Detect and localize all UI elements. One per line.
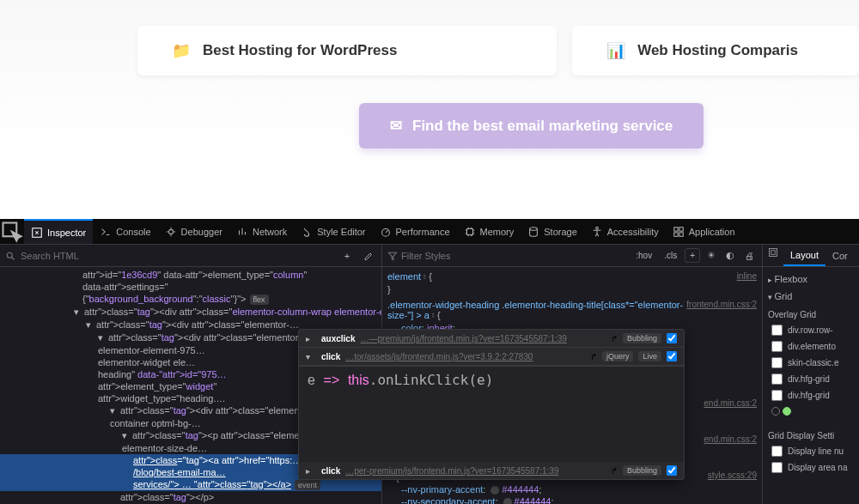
jump-icon[interactable]: ↱ [590, 352, 597, 361]
svg-rect-4 [466, 228, 472, 234]
event-row[interactable]: ▸ click …per-premium/js/frontend.min.js?… [299, 462, 684, 479]
search-html-input[interactable] [21, 251, 333, 261]
add-element-button[interactable]: + [338, 247, 356, 264]
tab-performance[interactable]: Performance [373, 219, 457, 244]
twisty-icon[interactable]: ▾ [86, 319, 94, 331]
tree-node[interactable]: services/"> … "attr">class="tag"></a>eve… [0, 478, 381, 491]
tab-label: Inspector [47, 228, 86, 238]
cards-row: 📁 Best Hosting for WordPress 📊 Web Hosti… [0, 26, 859, 76]
event-location[interactable]: …tor/assets/js/frontend.min.js?ver=3.9.2… [345, 352, 585, 361]
tree-node[interactable]: attr">id="1e36cd9" data-attr">element_ty… [0, 269, 381, 281]
event-location[interactable]: …per-premium/js/frontend.min.js?ver=1673… [345, 466, 606, 476]
tab-label: Style Editor [317, 227, 365, 237]
tree-node[interactable]: ▾attr">class="tag"><div attr">class="ele… [0, 306, 381, 319]
overlay-grid-item[interactable]: div.elemento [768, 338, 854, 355]
var-value[interactable]: #444444 [502, 484, 539, 495]
twisty-icon[interactable]: ▾ [122, 430, 131, 441]
radio-empty[interactable] [771, 407, 780, 416]
chevron-right-icon[interactable]: ▸ [306, 334, 314, 343]
tab-debugger[interactable]: Debugger [158, 219, 229, 244]
tree-node[interactable]: data-attr">settings=" [0, 281, 381, 293]
overlay-grid-item[interactable]: div.hfg-grid [768, 387, 854, 404]
twisty-icon[interactable]: ▾ [74, 307, 82, 318]
comparison-card[interactable]: 📊 Web Hosting Comparis [572, 26, 859, 76]
tab-layout[interactable]: Layout [783, 245, 825, 266]
rule-source[interactable]: frontend.min.css:2 [686, 300, 757, 309]
eyedropper-button[interactable] [359, 247, 376, 264]
svg-rect-9 [673, 232, 677, 235]
tree-node[interactable]: {"background_background":"classic"}">fle… [0, 293, 381, 306]
event-enabled-checkbox[interactable] [667, 351, 677, 361]
overlay-label: div.row.row- [788, 325, 833, 335]
svg-rect-12 [770, 249, 777, 257]
pick-element-icon[interactable] [0, 220, 24, 244]
light-scheme-icon[interactable]: ☀ [704, 248, 719, 264]
twisty-icon[interactable]: ▾ [98, 332, 107, 343]
rule-source[interactable]: style.scss:29 [708, 471, 757, 480]
var-name[interactable]: --nv-secondary-accent [401, 496, 495, 504]
event-handler-code: e => this.onLinkClick(e) [299, 366, 684, 393]
dark-scheme-icon[interactable]: ◐ [722, 248, 738, 264]
event-location[interactable]: …—premium/js/frontend.min.js?ver=1673545… [360, 334, 605, 343]
overlay-grid-item[interactable]: div.hfg-grid [768, 371, 854, 387]
event-enabled-checkbox[interactable] [667, 333, 677, 343]
overlay-grid-item[interactable]: div.row.row- [768, 322, 854, 338]
hosting-card[interactable]: 📁 Best Hosting for WordPress [137, 26, 557, 76]
cls-toggle[interactable]: .cls [660, 249, 681, 262]
jump-icon[interactable]: ↱ [611, 334, 618, 343]
rule-source[interactable]: end.min.css:2 [704, 434, 757, 444]
color-swatch[interactable] [490, 486, 499, 495]
search-icon [5, 251, 15, 261]
add-rule-button[interactable]: + [685, 248, 700, 263]
cta-label: Find the best email marketing service [412, 118, 673, 135]
rule-source[interactable]: inline [737, 271, 757, 281]
tab-accessibility[interactable]: Accessibility [584, 219, 666, 244]
grid-section[interactable]: Grid [768, 288, 854, 305]
print-media-icon[interactable]: 🖨 [741, 248, 757, 264]
display-line-numbers-checkbox[interactable] [771, 446, 783, 457]
email-marketing-button[interactable]: ✉ Find the best email marketing service [359, 103, 704, 149]
tab-label: Performance [396, 227, 450, 237]
overlay-label: div.elemento [788, 342, 836, 351]
event-listeners-popup: ▸ auxclick …—premium/js/frontend.min.js?… [298, 329, 685, 480]
filter-styles-input[interactable] [401, 251, 628, 261]
rule-source[interactable]: end.min.css:2 [704, 398, 757, 408]
hov-toggle[interactable]: :hov [631, 249, 656, 262]
display-area-names-checkbox[interactable] [771, 462, 783, 473]
event-enabled-checkbox[interactable] [667, 465, 677, 476]
badge: flex [250, 295, 269, 305]
twisty-icon[interactable]: ▾ [110, 405, 119, 416]
overlay-checkbox[interactable] [771, 357, 783, 368]
tab-storage[interactable]: Storage [521, 219, 584, 244]
tab-network[interactable]: Network [229, 219, 294, 244]
event-row[interactable]: ▸ auxclick …—premium/js/frontend.min.js?… [299, 330, 684, 348]
tab-application[interactable]: Application [666, 219, 742, 244]
color-swatch[interactable] [503, 498, 512, 504]
tab-memory[interactable]: Memory [457, 219, 521, 244]
tab-computed[interactable]: Cor [825, 245, 855, 266]
layout-tabs: Layout Cor [763, 245, 859, 267]
overlay-checkbox[interactable] [771, 373, 783, 385]
radio-green[interactable] [783, 407, 791, 416]
overlay-checkbox[interactable] [771, 390, 783, 401]
chevron-down-icon[interactable]: ▾ [306, 352, 314, 361]
overlay-checkbox[interactable] [771, 341, 783, 352]
var-value[interactable]: #444444 [515, 496, 551, 504]
event-row[interactable]: ▾ click …tor/assets/js/frontend.min.js?v… [299, 348, 684, 366]
chevron-right-icon[interactable]: ▸ [306, 466, 314, 476]
overlay-grid-item[interactable]: skin-classic.e [768, 355, 854, 371]
var-name[interactable]: --nv-primary-accent [401, 484, 483, 495]
event-type: click [321, 466, 340, 476]
overlay-checkbox[interactable] [771, 325, 783, 336]
layout-icon[interactable] [763, 245, 783, 260]
tab-inspector[interactable]: Inspector [24, 219, 93, 244]
tab-label: Memory [480, 227, 515, 237]
overlay-label: div.hfg-grid [788, 374, 830, 384]
tab-label: Network [253, 227, 287, 237]
flexbox-section[interactable]: Flexbox [768, 270, 854, 288]
jump-icon[interactable]: ↱ [611, 466, 618, 476]
tab-style-editor[interactable]: Style Editor [294, 219, 372, 244]
svg-point-11 [7, 252, 12, 258]
tree-node[interactable]: attr">class="tag"></p> [0, 491, 381, 503]
tab-console[interactable]: Console [93, 219, 157, 244]
